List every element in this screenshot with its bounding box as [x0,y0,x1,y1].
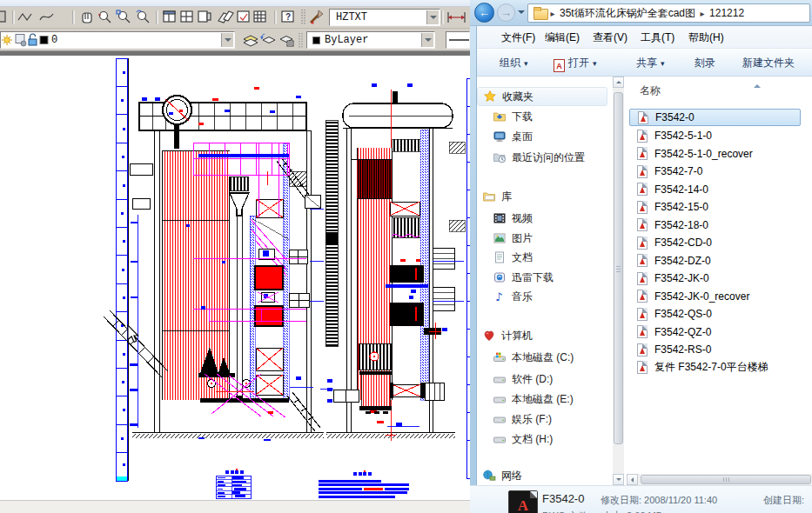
dwg-file-icon [637,308,648,321]
file-row[interactable]: 复件 F3542-7-0平台楼梯 [629,359,801,376]
breadcrumb-subfolder[interactable]: 121212 [708,7,746,19]
sidebar-item-computer[interactable]: 计算机 [477,326,613,345]
scroll-left-icon[interactable] [627,474,638,485]
sheetset-icon [218,11,233,23]
file-row[interactable]: F3542-JK-0_recover [629,288,801,305]
organize-button[interactable]: 组织 [500,56,528,70]
file-row[interactable]: F3542-7-0 [629,163,801,180]
file-row[interactable]: F3542-14-0 [629,181,801,198]
cad-drawing-canvas[interactable] [0,51,470,513]
sidebar-item-downloads[interactable]: 下载 [477,107,613,126]
sidebar-item-videos[interactable]: 视频 [477,209,613,228]
black-equipment-block [390,303,424,326]
file-row[interactable]: F3542-QZ-0 [629,323,801,341]
linetype-combo[interactable] [446,31,470,49]
combo-dropdown-icon[interactable] [221,33,233,47]
share-button[interactable]: 共享 [636,56,665,70]
file-row[interactable]: F3542-18-0 [629,217,801,234]
dwg-file-icon [637,165,648,178]
tool-palette-icon [198,11,211,22]
forward-button[interactable]: → [497,3,515,22]
file-list-h-scrollbar[interactable] [627,474,812,485]
dwg-file-icon [637,290,648,303]
window-glass-edge [470,26,477,513]
cad-toolbar-layers: 0 ByLayer [0,29,470,51]
superheater-bank [357,159,392,198]
drive-icon [493,372,507,386]
menu-file[interactable]: 文件(F) [501,30,535,45]
breadcrumb-folder[interactable]: 35t循环流化床锅炉全套cad图 [558,6,697,21]
new-folder-button[interactable]: 新建文件夹 [742,56,795,70]
scroll-down-icon[interactable] [613,474,624,485]
thunder-downloads-icon [493,270,507,284]
file-row[interactable]: F3542-RS-0 [629,341,801,358]
file-row[interactable]: F3542-0 [629,109,801,126]
dwg-file-icon [637,183,648,196]
breadcrumb-separator-icon [697,9,708,18]
text-style-combo[interactable]: HZTXT [329,9,440,26]
sort-ascending-icon[interactable] [754,81,761,88]
scroll-up-icon[interactable] [613,77,624,88]
sidebar-item-music[interactable]: ♪ 音乐 [477,287,613,306]
cad-toolbar-top: ? HZTXT [0,7,470,29]
designcenter-icon [181,11,192,22]
svg-text:♪: ♪ [495,290,502,303]
red-equipment-block [255,266,283,290]
cyan-marker [117,476,127,482]
combo-dropdown-icon[interactable] [426,10,439,24]
black-equipment-block [390,265,424,283]
history-dropdown-icon[interactable] [518,10,525,17]
file-row[interactable]: F3542-15-0 [629,198,801,216]
color-swatch [312,37,320,44]
network-icon [482,469,496,483]
column-header-name[interactable]: 名称 [640,83,661,98]
markup-icon [238,11,249,22]
sidebar-item-favorites[interactable]: 收藏夹 [477,87,607,106]
sidebar-item-documents[interactable]: 文档 [477,248,613,267]
pictures-icon [493,231,507,245]
menu-view[interactable]: 查看(V) [593,30,627,45]
file-row[interactable]: F3542-CD-0 [629,234,801,251]
sidebar-item-pictures[interactable]: 图片 [477,229,613,248]
menu-tools[interactable]: 工具(T) [641,30,674,45]
file-row[interactable]: F3542-JK-0 [629,270,801,287]
sidebar-scrollbar-thumb[interactable] [614,92,623,444]
drawing-bottom-strip [0,500,470,513]
sidebar-item-drive-h[interactable]: 文档 (H:) [477,430,613,449]
h-scrollbar-thumb[interactable] [641,475,811,484]
file-row[interactable]: F3542-5-1-0 [629,127,801,144]
sidebar-item-desktop[interactable]: 桌面 [477,127,613,146]
sidebar-item-drive-c[interactable]: 本地磁盘 (C:) [477,348,613,367]
burn-button[interactable]: 刻录 [695,56,715,70]
menu-help[interactable]: 帮助(H) [688,30,724,45]
download-folder-icon [493,110,507,123]
combo-dropdown-icon[interactable] [421,33,433,47]
sidebar-item-libraries[interactable]: 库 [477,187,613,206]
open-button[interactable]: A打开 [554,56,597,72]
layer-previous-icon [260,34,275,43]
zoom-window-icon [117,10,130,23]
sidebar-item-drive-f[interactable]: 娱乐 (F:) [477,410,613,429]
file-row[interactable]: F3542-5-1-0_recover [629,145,801,163]
sidebar-item-recent-places[interactable]: 最近访问的位置 [477,148,613,167]
file-row[interactable]: F3542-QS-0 [629,305,801,323]
breadcrumb[interactable]: 35t循环流化床锅炉全套cad图 121212 [527,3,810,23]
dwg-file-icon [637,237,648,250]
spline-icon [40,14,53,20]
layer-combo[interactable]: 0 [0,31,235,49]
menu-edit[interactable]: 编辑(E) [545,30,580,45]
folder-icon [534,7,547,19]
sidebar-item-drive-d[interactable]: 软件 (D:) [477,370,613,389]
sidebar-item-thunder-downloads[interactable]: 迅雷下载 [477,268,613,287]
back-button[interactable]: ← [474,3,494,23]
pan-hand-icon [83,13,91,23]
sidebar-item-network[interactable]: 网络 [477,466,613,485]
file-row[interactable]: F3542-DZ-0 [629,252,801,270]
text-style-value: HZTXT [336,11,367,23]
polyline-icon [18,14,31,20]
sidebar-item-drive-e[interactable]: 本地磁盘 (E:) [477,390,613,409]
library-icon [482,190,496,203]
sidebar-scrollbar[interactable] [613,77,624,485]
color-combo[interactable]: ByLayer [306,31,435,49]
drive-icon [493,432,507,446]
